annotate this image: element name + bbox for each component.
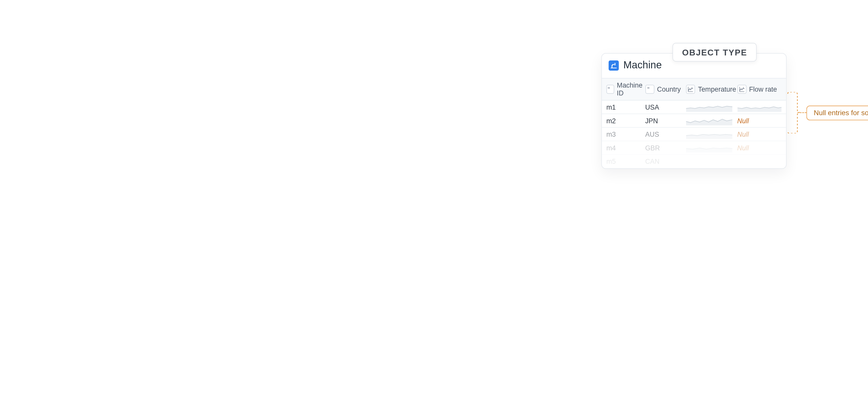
column-header-flow-rate: Flow rate xyxy=(737,81,781,97)
column-header-machine-id: ” Machine ID xyxy=(607,81,645,97)
string-type-icon: ” xyxy=(607,85,614,94)
svg-rect-0 xyxy=(611,67,617,68)
cell-machine-id: m1 xyxy=(607,103,645,111)
column-label: Country xyxy=(657,85,681,93)
column-header-temperature: Temperature xyxy=(686,81,737,97)
cell-temperature-spark xyxy=(686,116,737,125)
cell-flow-null: Null xyxy=(737,144,781,152)
cell-temperature-spark xyxy=(686,130,737,139)
cell-machine-id: m5 xyxy=(607,158,645,165)
cell-machine-id: m3 xyxy=(607,130,645,138)
cell-country: CAN xyxy=(645,158,686,165)
table-row: m1 USA xyxy=(602,100,786,114)
annotation-callout: Null entries for some objects xyxy=(806,105,868,120)
annotation-connector xyxy=(797,113,806,113)
timeseries-type-icon xyxy=(737,85,746,94)
cell-country: JPN xyxy=(645,117,686,125)
object-type-card: Machine ” Machine ID ” Country Temperatu… xyxy=(601,53,787,169)
cell-temperature-spark xyxy=(686,143,737,152)
cell-country: AUS xyxy=(645,130,686,138)
cell-temperature-spark xyxy=(686,102,737,112)
machine-icon xyxy=(609,60,619,70)
object-type-badge-label: OBJECT TYPE xyxy=(682,47,747,57)
column-label: Temperature xyxy=(698,85,736,93)
cell-country: GBR xyxy=(645,144,686,152)
cell-machine-id: m2 xyxy=(607,117,645,125)
column-label: Machine ID xyxy=(617,81,645,97)
annotation-callout-text: Null entries for some objects xyxy=(814,109,868,117)
cell-country: USA xyxy=(645,103,686,111)
object-type-badge: OBJECT TYPE xyxy=(673,43,757,62)
string-type-icon: ” xyxy=(645,85,654,94)
cell-machine-id: m4 xyxy=(607,144,645,152)
table-row: m3 AUS Null xyxy=(602,128,786,141)
table-row: m2 JPN Null xyxy=(602,114,786,128)
column-header-country: ” Country xyxy=(645,81,686,97)
cell-flow-null: Null xyxy=(737,130,781,138)
table-row: m4 GBR Null xyxy=(602,141,786,155)
svg-text:”: ” xyxy=(608,86,610,92)
svg-marker-4 xyxy=(737,106,781,112)
diagram-stage: OBJECT TYPE Machine ” Machine ID ” xyxy=(534,0,868,407)
cell-flow-spark xyxy=(737,102,781,112)
table-row: m5 CAN xyxy=(602,155,786,168)
svg-text:”: ” xyxy=(647,86,649,92)
timeseries-type-icon xyxy=(686,85,695,94)
cell-flow-null: Null xyxy=(737,117,781,125)
card-title: Machine xyxy=(623,59,662,71)
columns-header-row: ” Machine ID ” Country Temperature xyxy=(602,78,786,100)
column-label: Flow rate xyxy=(749,85,777,93)
